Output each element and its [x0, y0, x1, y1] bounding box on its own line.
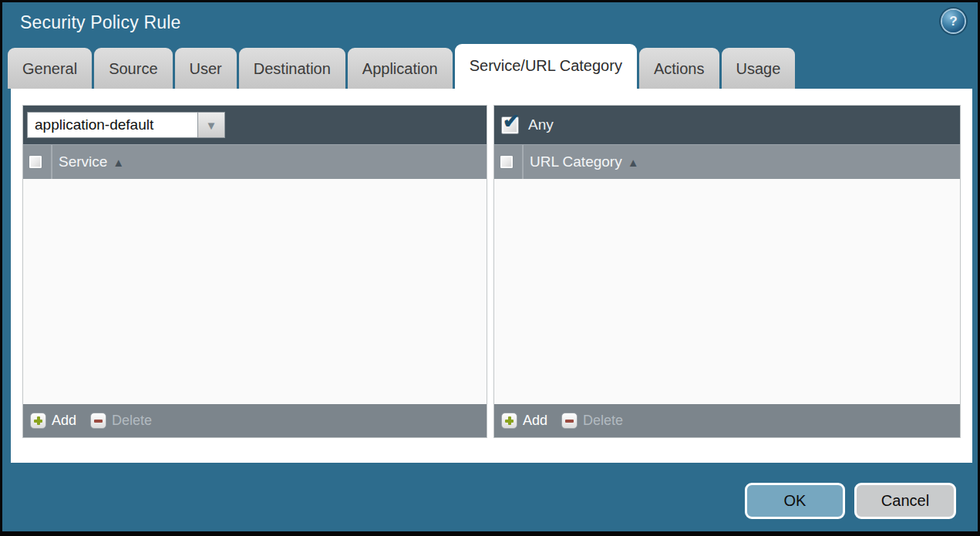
- tab-destination[interactable]: Destination: [239, 48, 345, 89]
- tab-service-url-category[interactable]: Service/URL Category: [455, 44, 637, 89]
- delete-button-label: Delete: [112, 413, 152, 429]
- column-divider: [522, 145, 523, 179]
- tab-bar: General Source User Destination Applicat…: [8, 48, 795, 89]
- delete-button-label: Delete: [583, 413, 623, 429]
- chevron-down-icon[interactable]: ▼: [197, 112, 225, 138]
- cancel-button-label: Cancel: [881, 492, 929, 510]
- service-panel: application-default ▼ Service ▲ Add: [22, 105, 487, 438]
- sort-ascending-icon[interactable]: ▲: [628, 156, 639, 169]
- cancel-button[interactable]: Cancel: [854, 483, 956, 519]
- ok-button[interactable]: OK: [745, 483, 845, 519]
- url-category-toolbar: Add Delete: [494, 404, 960, 437]
- help-icon-glyph: ?: [949, 14, 957, 29]
- url-category-list: [494, 179, 960, 404]
- tab-general[interactable]: General: [8, 48, 92, 89]
- delete-minus-icon: [561, 413, 578, 429]
- service-type-dropdown[interactable]: application-default ▼: [27, 112, 225, 138]
- tab-application[interactable]: Application: [348, 48, 453, 89]
- tab-label: Destination: [254, 60, 331, 77]
- service-toolbar: Add Delete: [23, 404, 487, 437]
- any-checkbox-label: Any: [528, 116, 554, 133]
- dropdown-arrow-glyph: ▼: [206, 119, 217, 132]
- add-plus-icon: [501, 413, 517, 429]
- dialog-body: application-default ▼ Service ▲ Add: [11, 89, 972, 463]
- checkmark-icon: ✔: [503, 111, 520, 131]
- security-policy-rule-dialog: Security Policy Rule ? General Source Us…: [0, 0, 980, 536]
- tab-label: Usage: [736, 60, 781, 77]
- url-category-add-button[interactable]: Add: [501, 413, 547, 429]
- add-button-label: Add: [52, 413, 76, 429]
- service-select-all-checkbox[interactable]: [29, 155, 42, 169]
- tab-actions[interactable]: Actions: [639, 48, 719, 89]
- dialog-title: Security Policy Rule: [20, 12, 181, 33]
- url-category-delete-button[interactable]: Delete: [561, 413, 623, 429]
- service-column-header: Service ▲: [23, 144, 487, 179]
- tab-label: General: [22, 60, 77, 77]
- ok-button-label: OK: [784, 492, 807, 510]
- tab-label: User: [190, 60, 222, 77]
- add-plus-icon: [30, 413, 46, 429]
- tab-label: Application: [362, 60, 438, 77]
- delete-minus-icon: [90, 413, 106, 429]
- sort-ascending-icon[interactable]: ▲: [113, 156, 124, 169]
- service-delete-button[interactable]: Delete: [90, 413, 152, 429]
- any-checkbox[interactable]: ✔: [501, 116, 519, 134]
- tab-label: Actions: [654, 60, 705, 77]
- tab-user[interactable]: User: [175, 48, 237, 89]
- add-button-label: Add: [523, 413, 547, 429]
- column-divider: [51, 145, 52, 179]
- service-panel-header: application-default ▼: [23, 106, 487, 144]
- service-list: [23, 179, 487, 404]
- url-category-select-all-checkbox[interactable]: [500, 155, 514, 169]
- service-add-button[interactable]: Add: [30, 413, 76, 429]
- help-icon[interactable]: ?: [942, 10, 965, 32]
- url-category-column-header: URL Category ▲: [494, 144, 960, 179]
- service-column-label[interactable]: Service: [59, 153, 107, 170]
- url-category-panel-header: ✔ Any: [494, 106, 960, 144]
- url-category-panel: ✔ Any URL Category ▲ Add Delete: [493, 105, 961, 438]
- tab-label: Service/URL Category: [470, 57, 622, 74]
- tab-source[interactable]: Source: [94, 48, 172, 89]
- tab-label: Source: [109, 60, 157, 77]
- url-category-column-label[interactable]: URL Category: [530, 153, 622, 170]
- tab-usage[interactable]: Usage: [722, 48, 796, 89]
- service-type-dropdown-value[interactable]: application-default: [27, 112, 197, 138]
